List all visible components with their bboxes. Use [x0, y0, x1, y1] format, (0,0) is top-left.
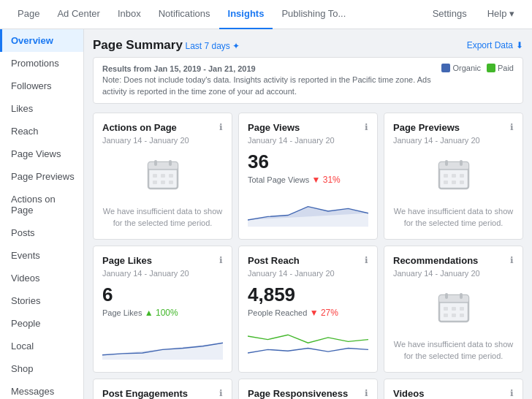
paid-dot	[487, 64, 495, 72]
insufficient-text: We have insufficient data to show for th…	[102, 206, 223, 229]
card-title: Page Responsiveness	[248, 388, 348, 399]
page-likes-chart	[102, 328, 223, 361]
card-videos: Videos ℹ January 14 - January 20 131 Tot…	[384, 379, 523, 399]
card-title: Recommendations	[393, 255, 478, 266]
sidebar-item-videos[interactable]: Videos	[0, 267, 83, 289]
card-title: Videos	[393, 388, 424, 399]
svg-rect-25	[439, 295, 468, 303]
sidebar-item-local[interactable]: Local	[0, 335, 83, 357]
change-label: Page Likes	[102, 308, 142, 317]
info-icon[interactable]: ℹ	[219, 122, 223, 132]
nav-adcenter[interactable]: Ad Center	[48, 0, 109, 29]
change-label: People Reached	[248, 308, 307, 317]
sidebar-item-shop[interactable]: Shop	[0, 357, 83, 380]
sidebar-item-reach[interactable]: Reach	[0, 120, 83, 142]
export-button[interactable]: Export Data ⬇	[467, 40, 523, 50]
svg-rect-15	[445, 160, 448, 166]
card-date: January 14 - January 20	[393, 136, 514, 145]
summary-period[interactable]: Last 7 days ✦	[185, 41, 240, 51]
svg-rect-1	[148, 162, 178, 170]
svg-rect-21	[452, 180, 456, 184]
card-date: January 14 - January 20	[393, 269, 514, 278]
nav-insights[interactable]: Insights	[219, 0, 273, 29]
legend: Organic Paid	[441, 64, 514, 72]
sidebar-item-promotions[interactable]: Promotions	[0, 52, 83, 75]
svg-rect-34	[460, 314, 464, 317]
svg-rect-27	[445, 293, 448, 299]
svg-rect-32	[444, 314, 448, 317]
sidebar: Overview Promotions Followers Likes Reac…	[0, 29, 84, 399]
card-change: People Reached 27%	[248, 308, 368, 318]
info-icon[interactable]: ℹ	[510, 255, 514, 265]
sidebar-item-page-views[interactable]: Page Views	[0, 142, 83, 165]
card-post-reach: Post Reach ℹ January 14 - January 20 4,8…	[238, 246, 378, 373]
svg-rect-9	[161, 180, 165, 184]
insufficient-text: We have insufficient data to show for th…	[393, 206, 514, 229]
organic-dot	[441, 64, 450, 72]
organic-label: Organic	[452, 64, 481, 72]
info-icon[interactable]: ℹ	[510, 122, 514, 132]
nav-settings[interactable]: Settings	[424, 0, 476, 29]
card-title: Page Previews	[393, 122, 460, 133]
page-summary-title: Page Summary Last 7 days ✦	[93, 38, 240, 53]
card-actions-on-page: Actions on Page ℹ January 14 - January 2…	[93, 113, 232, 240]
sidebar-item-messages[interactable]: Messages	[0, 380, 83, 399]
sidebar-item-people[interactable]: People	[0, 312, 83, 335]
legend-organic: Organic	[441, 64, 481, 72]
card-header: Post Reach ℹ	[248, 255, 368, 266]
svg-rect-4	[169, 160, 172, 166]
card-page-previews: Page Previews ℹ January 14 - January 20	[384, 113, 523, 240]
info-icon[interactable]: ℹ	[365, 255, 368, 265]
svg-rect-22	[460, 180, 464, 184]
card-post-engagements: Post Engagements ℹ January 14 - January …	[93, 379, 232, 399]
card-value: 36	[248, 151, 368, 173]
summary-header: Page Summary Last 7 days ✦ Export Data ⬇	[93, 38, 523, 53]
nav-inbox[interactable]: Inbox	[109, 0, 150, 29]
sidebar-item-likes[interactable]: Likes	[0, 97, 83, 120]
card-change: Page Likes 100%	[102, 308, 223, 318]
svg-rect-19	[460, 174, 464, 178]
calendar-icon-wrap	[393, 151, 514, 197]
calendar-icon	[145, 156, 180, 191]
svg-rect-31	[460, 307, 464, 311]
nav-page[interactable]: Page	[9, 0, 48, 29]
nav-help[interactable]: Help ▾	[479, 0, 523, 29]
svg-rect-5	[153, 174, 157, 178]
nav-notifications[interactable]: Notifications	[150, 0, 219, 29]
svg-rect-33	[452, 314, 456, 317]
export-icon: ⬇	[516, 40, 523, 50]
svg-rect-6	[161, 174, 165, 178]
info-icon[interactable]: ℹ	[510, 388, 514, 398]
svg-rect-29	[444, 307, 448, 311]
card-title: Page Views	[248, 122, 300, 133]
post-reach-chart	[248, 328, 368, 361]
page-views-chart	[248, 195, 368, 228]
info-icon[interactable]: ℹ	[219, 388, 223, 398]
change-value: 31%	[312, 175, 341, 185]
svg-rect-13	[439, 162, 468, 170]
sidebar-item-page-previews[interactable]: Page Previews	[0, 165, 83, 188]
svg-rect-30	[452, 307, 456, 311]
nav-publishing[interactable]: Publishing To...	[273, 0, 354, 29]
card-title: Post Engagements	[102, 388, 188, 399]
card-date: January 14 - January 20	[248, 136, 368, 145]
card-header: Videos ℹ	[393, 388, 514, 399]
card-header: Page Views ℹ	[248, 122, 368, 133]
sidebar-item-posts[interactable]: Posts	[0, 221, 83, 244]
sidebar-item-overview[interactable]: Overview	[0, 29, 83, 52]
change-value: 27%	[310, 308, 338, 318]
svg-rect-18	[452, 174, 456, 178]
card-change: Total Page Views 31%	[248, 175, 368, 185]
svg-rect-8	[153, 180, 157, 184]
sidebar-item-followers[interactable]: Followers	[0, 75, 83, 97]
insufficient-text: We have insufficient data to show for th…	[393, 339, 514, 362]
info-icon[interactable]: ℹ	[365, 388, 368, 398]
info-icon[interactable]: ℹ	[219, 255, 223, 265]
card-page-likes: Page Likes ℹ January 14 - January 20 6 P…	[93, 246, 232, 373]
sidebar-item-events[interactable]: Events	[0, 244, 83, 267]
info-icon[interactable]: ℹ	[365, 122, 368, 132]
sidebar-item-actions-on-page[interactable]: Actions on Page	[0, 188, 83, 221]
calendar-icon-wrap	[393, 284, 514, 330]
sidebar-item-stories[interactable]: Stories	[0, 289, 83, 312]
svg-rect-10	[169, 180, 173, 184]
